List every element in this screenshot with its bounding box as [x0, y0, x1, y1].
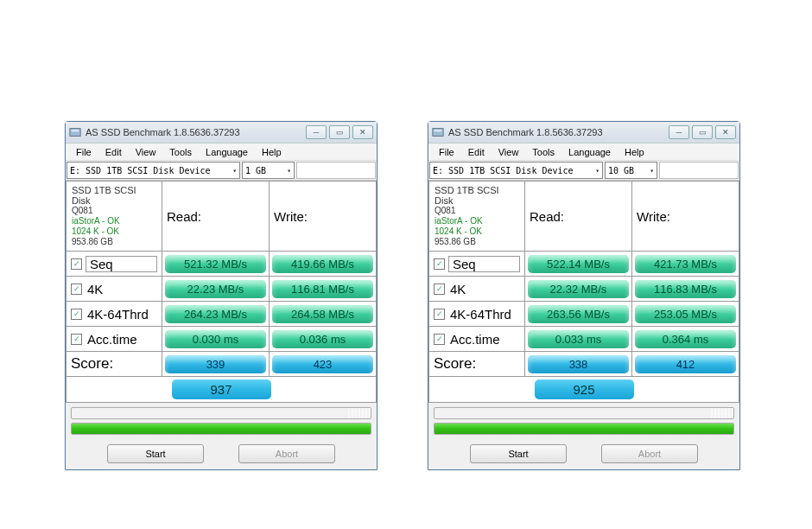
4k64-write: 264.58 MB/s	[270, 302, 377, 327]
score-read: 338	[525, 352, 632, 377]
4k-write: 116.81 MB/s	[270, 277, 377, 302]
menu-edit[interactable]: Edit	[461, 145, 492, 159]
checkbox-4k[interactable]: ✓	[71, 284, 82, 295]
checkbox-4k64[interactable]: ✓	[71, 309, 82, 320]
score-label: Score:	[428, 352, 525, 377]
menu-help[interactable]: Help	[255, 145, 289, 159]
toolbar: E: SSD 1TB SCSI Disk Device 1 GB	[66, 161, 377, 181]
score-read: 339	[162, 352, 270, 377]
checkbox-seq[interactable]: ✓	[434, 258, 445, 270]
window-title: AS SSD Benchmark 1.8.5636.37293	[86, 127, 306, 137]
abort-button[interactable]: Abort	[238, 444, 335, 463]
4k64-read: 264.23 MB/s	[162, 302, 270, 327]
window-1: AS SSD Benchmark 1.8.5636.37293 ─ ▭ ✕ Fi…	[65, 121, 377, 470]
minimize-button[interactable]: ─	[669, 125, 689, 139]
start-button[interactable]: Start	[470, 444, 567, 463]
menu-language[interactable]: Language	[199, 145, 255, 159]
titlebar[interactable]: AS SSD Benchmark 1.8.5636.37293 ─ ▭ ✕	[428, 122, 739, 143]
close-button[interactable]: ✕	[715, 125, 736, 139]
score-total-row: 937	[66, 377, 377, 403]
checkbox-seq[interactable]: ✓	[71, 258, 82, 270]
device-select[interactable]: E: SSD 1TB SCSI Disk Device	[429, 162, 603, 179]
toolbar: E: SSD 1TB SCSI Disk Device 10 GB	[428, 161, 739, 181]
drive-name: SSD 1TB SCSI Disk	[435, 185, 519, 206]
status-field	[659, 162, 739, 179]
row-4k-label: ✓4K	[66, 277, 162, 302]
score-write: 412	[632, 352, 739, 377]
seq-write: 421.73 MB/s	[632, 252, 739, 277]
close-button[interactable]: ✕	[352, 125, 373, 139]
titlebar[interactable]: AS SSD Benchmark 1.8.5636.37293 ─ ▭ ✕	[66, 122, 377, 143]
drive-info: SSD 1TB SCSI Disk Q081 iaStorA - OK 1024…	[66, 181, 162, 252]
menu-file[interactable]: File	[69, 145, 98, 159]
col-read: Read:	[162, 181, 270, 252]
size-select[interactable]: 1 GB	[242, 162, 295, 179]
checkbox-4k64[interactable]: ✓	[434, 309, 445, 320]
menu-tools[interactable]: Tools	[162, 145, 199, 159]
col-write: Write:	[632, 181, 739, 252]
seq-read: 521.32 MB/s	[162, 252, 270, 277]
abort-button[interactable]: Abort	[601, 444, 698, 463]
start-button[interactable]: Start	[107, 444, 204, 463]
row-4k-label: ✓4K	[428, 277, 525, 302]
seq-read: 522.14 MB/s	[525, 252, 632, 277]
minimize-button[interactable]: ─	[306, 125, 327, 139]
menubar: File Edit View Tools Language Help	[428, 143, 739, 161]
checkbox-4k[interactable]: ✓	[434, 284, 445, 295]
maximize-button[interactable]: ▭	[692, 125, 713, 139]
drive-align: 1024 K - OK	[72, 226, 119, 237]
app-icon	[69, 126, 81, 138]
size-select[interactable]: 10 GB	[605, 162, 657, 179]
score-total: 925	[535, 379, 634, 399]
svg-rect-3	[435, 130, 442, 131]
progress-current	[71, 407, 371, 419]
seq-write: 419.66 MB/s	[270, 252, 377, 277]
drive-model: Q081	[435, 206, 455, 216]
menu-help[interactable]: Help	[618, 145, 651, 159]
acc-read: 0.033 ms	[525, 327, 632, 352]
drive-info: SSD 1TB SCSI Disk Q081 iaStorA - OK 1024…	[428, 181, 525, 252]
checkbox-acc[interactable]: ✓	[71, 334, 82, 345]
progress-overall	[434, 423, 734, 435]
window-2: AS SSD Benchmark 1.8.5636.37293 ─ ▭ ✕ Fi…	[428, 121, 740, 470]
score-label: Score:	[66, 352, 162, 377]
4k-read: 22.23 MB/s	[162, 277, 270, 302]
menu-tools[interactable]: Tools	[525, 145, 561, 159]
menu-view[interactable]: View	[129, 145, 163, 159]
progress-overall	[71, 423, 371, 435]
status-field	[296, 162, 376, 179]
drive-name: SSD 1TB SCSI Disk	[72, 185, 156, 206]
4k64-read: 263.56 MB/s	[525, 302, 632, 327]
col-write: Write:	[270, 181, 377, 252]
svg-rect-0	[70, 129, 80, 137]
4k64-write: 253.05 MB/s	[632, 302, 739, 327]
checkbox-acc[interactable]: ✓	[434, 334, 445, 345]
score-total: 937	[172, 379, 271, 399]
score-total-row: 925	[428, 377, 739, 403]
app-icon	[432, 126, 444, 138]
4k-read: 22.32 MB/s	[525, 277, 632, 302]
row-acc-label: ✓Acc.time	[428, 327, 525, 352]
menubar: File Edit View Tools Language Help	[66, 143, 377, 161]
score-write: 423	[270, 352, 377, 377]
drive-capacity: 953.86 GB	[435, 237, 476, 247]
drive-align: 1024 K - OK	[435, 226, 482, 237]
acc-write: 0.036 ms	[270, 327, 377, 352]
device-select[interactable]: E: SSD 1TB SCSI Disk Device	[67, 162, 240, 179]
progress-current	[434, 407, 734, 419]
maximize-button[interactable]: ▭	[329, 125, 350, 139]
drive-model: Q081	[72, 206, 92, 216]
svg-rect-2	[433, 129, 443, 137]
menu-view[interactable]: View	[492, 145, 526, 159]
row-4k64-label: ✓4K-64Thrd	[66, 302, 162, 327]
window-title: AS SSD Benchmark 1.8.5636.37293	[448, 127, 669, 137]
row-seq-label: ✓Seq	[428, 252, 525, 277]
menu-file[interactable]: File	[432, 145, 461, 159]
menu-edit[interactable]: Edit	[98, 145, 129, 159]
menu-language[interactable]: Language	[561, 145, 618, 159]
drive-driver: iaStorA - OK	[435, 216, 483, 226]
4k-write: 116.83 MB/s	[632, 277, 739, 302]
row-4k64-label: ✓4K-64Thrd	[428, 302, 525, 327]
acc-write: 0.364 ms	[632, 327, 739, 352]
acc-read: 0.030 ms	[162, 327, 270, 352]
